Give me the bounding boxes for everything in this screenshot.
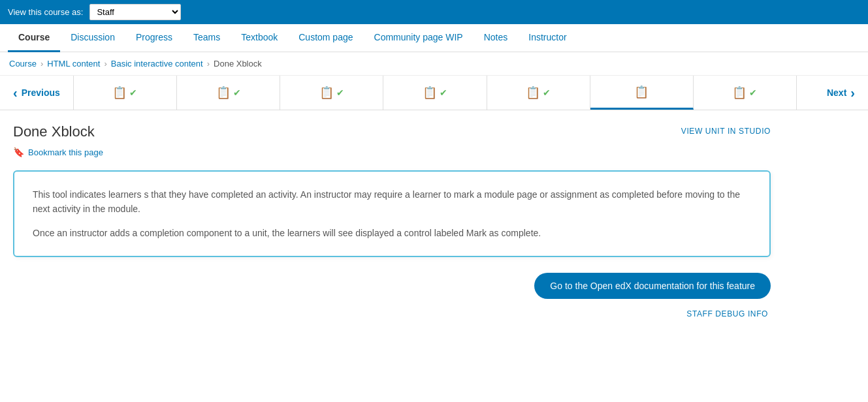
tab-course[interactable]: Course bbox=[8, 24, 60, 52]
unit-tab-6[interactable]: 📋 bbox=[590, 76, 694, 110]
cta-row: Go to the Open edX documentation for thi… bbox=[13, 273, 771, 299]
unit-tabs: 📋 ✔ 📋 ✔ 📋 ✔ 📋 ✔ 📋 ✔ 📋 📋 ✔ bbox=[74, 76, 796, 110]
breadcrumb-sep-1: › bbox=[40, 59, 43, 69]
breadcrumb: Course › HTML content › Basic interactiv… bbox=[0, 52, 868, 76]
content-paragraph-1: This tool indicates learners s that they… bbox=[33, 187, 751, 217]
chevron-left-icon bbox=[13, 85, 18, 100]
unit-tab-1-icon: 📋 bbox=[112, 85, 127, 100]
staff-debug-link[interactable]: STAFF DEBUG INFO bbox=[13, 309, 771, 318]
unit-tab-4-check: ✔ bbox=[440, 87, 447, 98]
unit-tab-4-icon: 📋 bbox=[423, 85, 437, 100]
unit-tab-7-check: ✔ bbox=[749, 87, 757, 98]
tab-teams[interactable]: Teams bbox=[183, 24, 231, 52]
tab-custom-page[interactable]: Custom page bbox=[288, 24, 363, 52]
breadcrumb-course[interactable]: Course bbox=[9, 59, 37, 69]
tab-instructor[interactable]: Instructor bbox=[518, 24, 577, 52]
bookmark-row[interactable]: 🔖 Bookmark this page bbox=[13, 147, 771, 157]
view-studio-link[interactable]: VIEW UNIT IN STUDIO bbox=[681, 127, 771, 136]
cta-button[interactable]: Go to the Open edX documentation for thi… bbox=[534, 273, 771, 299]
tab-community-page-wip[interactable]: Community page WIP bbox=[364, 24, 474, 52]
chevron-right-icon bbox=[850, 85, 855, 100]
view-as-label: View this course as: bbox=[8, 7, 83, 17]
tab-progress[interactable]: Progress bbox=[125, 24, 183, 52]
breadcrumb-basic-interactive[interactable]: Basic interactive content bbox=[111, 59, 203, 69]
unit-tab-3-icon: 📋 bbox=[319, 85, 334, 100]
breadcrumb-current: Done Xblock bbox=[214, 59, 262, 69]
tab-discussion[interactable]: Discussion bbox=[60, 24, 125, 52]
unit-tab-5[interactable]: 📋 ✔ bbox=[487, 76, 590, 110]
page-title: Done Xblock bbox=[13, 123, 95, 140]
unit-tab-2-check: ✔ bbox=[233, 87, 241, 98]
tab-notes[interactable]: Notes bbox=[474, 24, 519, 52]
unit-tab-5-check: ✔ bbox=[543, 87, 551, 98]
next-button[interactable]: Next bbox=[796, 76, 868, 110]
unit-tab-2-icon: 📋 bbox=[216, 85, 231, 100]
unit-tab-7-icon: 📋 bbox=[732, 85, 747, 100]
nav-tabs: Course Discussion Progress Teams Textboo… bbox=[0, 24, 868, 52]
bookmark-icon: 🔖 bbox=[13, 147, 24, 157]
unit-nav: Previous 📋 ✔ 📋 ✔ 📋 ✔ 📋 ✔ 📋 ✔ 📋 bbox=[0, 76, 868, 110]
unit-tab-4[interactable]: 📋 ✔ bbox=[383, 76, 487, 110]
prev-button[interactable]: Previous bbox=[0, 76, 74, 110]
breadcrumb-sep-3: › bbox=[207, 59, 210, 69]
unit-tab-2[interactable]: 📋 ✔ bbox=[177, 76, 280, 110]
tab-textbook[interactable]: Textbook bbox=[231, 24, 288, 52]
unit-tab-1[interactable]: 📋 ✔ bbox=[74, 76, 177, 110]
main-content: Done Xblock VIEW UNIT IN STUDIO 🔖 Bookma… bbox=[0, 110, 784, 330]
breadcrumb-sep-2: › bbox=[104, 59, 106, 69]
view-as-select[interactable]: Staff Learner bbox=[89, 4, 181, 20]
unit-tab-1-check: ✔ bbox=[129, 87, 137, 98]
unit-tab-7[interactable]: 📋 ✔ bbox=[694, 76, 796, 110]
unit-tab-5-icon: 📋 bbox=[526, 85, 540, 100]
breadcrumb-html-content[interactable]: HTML content bbox=[47, 59, 100, 69]
bookmark-label: Bookmark this page bbox=[28, 147, 103, 157]
unit-tab-3[interactable]: 📋 ✔ bbox=[280, 76, 383, 110]
top-bar: View this course as: Staff Learner bbox=[0, 0, 868, 24]
unit-tab-6-icon: 📋 bbox=[634, 85, 649, 99]
next-label: Next bbox=[827, 87, 846, 98]
content-box: This tool indicates learners s that they… bbox=[13, 170, 771, 257]
content-paragraph-2: Once an instructor adds a completion com… bbox=[33, 226, 751, 240]
prev-label: Previous bbox=[22, 87, 60, 98]
unit-tab-3-check: ✔ bbox=[336, 87, 344, 98]
